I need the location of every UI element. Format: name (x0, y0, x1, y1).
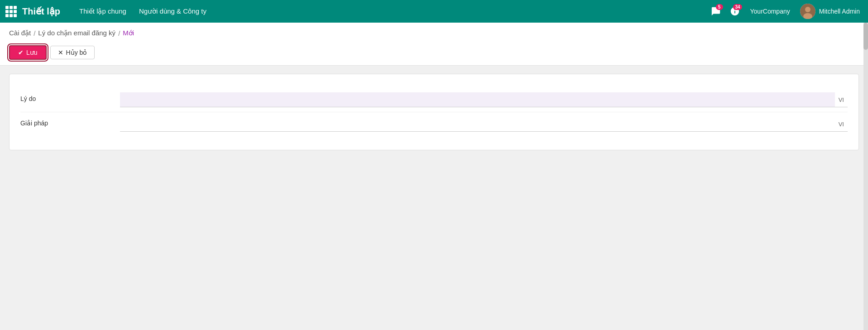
save-label: Lưu (26, 49, 38, 56)
user-menu[interactable]: Mitchell Admin (797, 4, 863, 19)
breadcrumb-block-reason[interactable]: Lý do chặn email đăng ký (38, 29, 115, 37)
form-row-ly-do: Lý do VI (20, 88, 848, 112)
messages-button[interactable]: 5 (708, 3, 724, 19)
avatar (800, 4, 815, 19)
x-icon: ✕ (58, 49, 63, 56)
ly-do-field-wrap: VI (120, 92, 848, 107)
activity-button[interactable]: 34 (727, 3, 743, 19)
svg-point-1 (805, 7, 810, 12)
giai-phap-field-wrap: VI (120, 117, 848, 132)
nav-users-company[interactable]: Người dùng & Công ty (133, 0, 213, 23)
giai-phap-label: Giải pháp (20, 117, 120, 127)
app-title: Thiết lập (22, 6, 60, 17)
messages-count: 5 (716, 4, 723, 10)
scrollbar-thumb[interactable] (863, 23, 868, 50)
breadcrumb-sep-1: / (34, 29, 35, 37)
main-content: Lý do VI Giải pháp VI (0, 66, 868, 330)
nav-general-settings[interactable]: Thiết lập chung (73, 0, 133, 23)
topnav: Thiết lập Thiết lập chung Người dùng & C… (0, 0, 868, 23)
breadcrumb-new: Mới (123, 29, 134, 37)
ly-do-input[interactable] (120, 92, 835, 107)
ly-do-lang: VI (835, 95, 848, 105)
breadcrumb: Cài đặt / Lý do chặn email đăng ký / Mới (0, 23, 868, 42)
form-card: Lý do VI Giải pháp VI (9, 74, 859, 150)
company-selector[interactable]: YourCompany (746, 8, 795, 15)
ly-do-label: Lý do (20, 92, 120, 102)
page-scrollbar[interactable] (863, 23, 868, 330)
checkmark-icon: ✔ (18, 49, 24, 56)
cancel-label: Hủy bỏ (66, 49, 87, 56)
giai-phap-lang: VI (835, 119, 848, 129)
username-label: Mitchell Admin (819, 8, 860, 15)
giai-phap-input[interactable] (120, 117, 835, 131)
breadcrumb-settings[interactable]: Cài đặt (9, 29, 31, 37)
toolbar: ✔ Lưu ✕ Hủy bỏ (0, 42, 868, 66)
apps-menu-icon[interactable] (5, 6, 17, 17)
activity-count: 34 (733, 4, 742, 10)
breadcrumb-sep-2: / (118, 29, 120, 37)
cancel-button[interactable]: ✕ Hủy bỏ (50, 46, 95, 59)
form-row-giai-phap: Giải pháp VI (20, 112, 848, 136)
save-button[interactable]: ✔ Lưu (9, 45, 47, 60)
